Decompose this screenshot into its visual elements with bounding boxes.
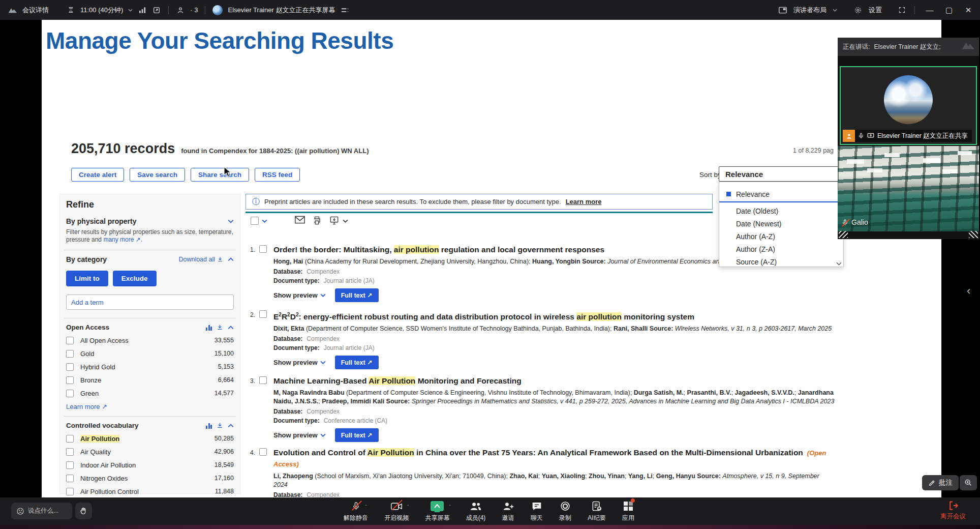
sort-option[interactable]: Date (Newest) — [719, 217, 843, 230]
facet-category[interactable]: By category — [66, 255, 107, 263]
chevron-up-icon[interactable] — [228, 326, 234, 330]
download-all-link[interactable]: Download all — [178, 256, 223, 263]
show-preview-button[interactable]: Show preview — [273, 431, 326, 439]
leave-meeting-button[interactable]: 离开会议 — [940, 501, 966, 521]
facet-checkbox[interactable] — [66, 337, 74, 344]
chevron-up-icon[interactable]: ˆ — [365, 504, 367, 509]
facet-open-access[interactable]: Open Access — [66, 324, 109, 331]
video-tile-presenter[interactable]: Elsevier Trainer 赵文立正在共享 — [840, 66, 977, 145]
members-button[interactable]: 成员(4) — [466, 500, 486, 522]
full-text-button[interactable]: Full text ↗ — [335, 356, 379, 369]
download-icon[interactable] — [217, 324, 223, 331]
limit-to-button[interactable]: Limit to — [66, 271, 108, 286]
sort-option[interactable]: Relevance — [719, 187, 843, 202]
download-icon[interactable] — [217, 422, 223, 429]
result-title-link[interactable]: Machine Learning-Based Air Pollution Mon… — [273, 375, 835, 386]
settings-button[interactable]: 设置 — [869, 6, 882, 15]
selected-mark-icon — [726, 192, 731, 196]
facet-item: Gold15,100 — [66, 347, 234, 360]
invite-button[interactable]: 邀请 — [502, 500, 514, 522]
save-search-button[interactable]: Save search — [130, 168, 185, 182]
facet-checkbox[interactable] — [66, 475, 74, 482]
close-button[interactable]: ✕ — [962, 6, 975, 15]
participants-icon[interactable] — [176, 6, 185, 15]
resize-handle[interactable] — [969, 231, 978, 238]
full-text-button[interactable]: Full text ↗ — [335, 288, 379, 302]
facet-checkbox[interactable] — [66, 448, 74, 456]
chat-button[interactable]: 聊天 — [531, 500, 543, 522]
result-title-link[interactable]: E2R2D2: energy-efficient robust routing … — [273, 309, 835, 322]
raise-hand-button[interactable] — [75, 503, 92, 519]
create-alert-button[interactable]: Create alert — [71, 168, 124, 182]
sort-option[interactable]: Author (A-Z) — [719, 230, 843, 243]
chevron-down-icon[interactable] — [228, 219, 234, 223]
facet-count: 42,906 — [215, 448, 234, 455]
export-icon[interactable] — [329, 216, 340, 226]
meeting-details-button[interactable]: 会议详情 — [22, 6, 49, 15]
facet-checkbox[interactable] — [66, 390, 74, 397]
facet-physical-property[interactable]: By physical property — [66, 217, 137, 225]
result-checkbox[interactable] — [259, 448, 267, 456]
fullscreen-icon[interactable] — [897, 6, 906, 15]
exclude-button[interactable]: Exclude — [113, 271, 157, 286]
quick-chat-input[interactable]: 说点什么... — [11, 503, 72, 519]
resize-handle[interactable] — [839, 231, 848, 238]
print-icon[interactable] — [312, 216, 322, 226]
chevron-down-icon[interactable] — [343, 219, 348, 223]
result-checkbox[interactable] — [259, 310, 267, 318]
sort-select[interactable]: Relevance — [719, 166, 840, 182]
result-title-link[interactable]: Evolution and Control of Air Pollution i… — [273, 447, 835, 469]
facet-checkbox[interactable] — [66, 488, 74, 495]
show-preview-button[interactable]: Show preview — [273, 359, 326, 366]
ai-notes-button[interactable]: AI纪要 — [588, 500, 605, 522]
chevron-up-icon[interactable]: ˆ — [407, 504, 409, 509]
record-button[interactable]: 录制 — [559, 500, 571, 522]
learn-more-link[interactable]: Learn more — [566, 198, 602, 205]
meeting-bottombar: 说点什么... ˆ 解除静音 ˆ 开启视频 — [0, 497, 980, 525]
bar-chart-icon[interactable] — [206, 325, 212, 331]
annotate-button[interactable]: 批注 — [922, 475, 959, 490]
layout-button[interactable]: 演讲者布局 — [793, 6, 826, 15]
chevron-down-icon[interactable] — [128, 9, 133, 12]
sort-option[interactable]: Date (Oldest) — [719, 204, 843, 217]
add-term-input[interactable] — [66, 295, 234, 310]
show-preview-button[interactable]: Show preview — [273, 291, 326, 299]
chevron-down-icon[interactable] — [262, 219, 267, 223]
share-screen-button[interactable]: ˆ 共享屏幕 — [425, 500, 449, 522]
chevron-up-icon[interactable] — [228, 257, 234, 261]
minimize-button[interactable]: — — [923, 6, 936, 14]
facet-item: Air Pollution50,285 — [66, 432, 234, 445]
meeting-timer[interactable]: 11:00 (40分钟) — [80, 6, 123, 15]
video-tile-galio[interactable]: Galio — [838, 146, 979, 231]
facet-checkbox[interactable] — [66, 350, 74, 358]
facet-controlled-vocabulary[interactable]: Controlled vocabulary — [66, 422, 139, 429]
start-video-button[interactable]: ˆ 开启视频 — [384, 500, 409, 522]
full-text-button[interactable]: Full text ↗ — [335, 428, 379, 442]
sort-option[interactable]: Source (A-Z) — [719, 255, 843, 268]
learn-more-link[interactable]: Learn more ↗ — [66, 403, 107, 410]
panel-collapse-chevron[interactable]: ‹ — [967, 284, 970, 298]
sort-option[interactable]: Author (Z-A) — [719, 243, 843, 255]
share-search-button[interactable]: Share search — [191, 168, 249, 182]
chevron-up-icon[interactable] — [228, 424, 234, 428]
facet-checkbox[interactable] — [66, 363, 74, 371]
chevron-up-icon[interactable]: ˆ — [449, 504, 450, 509]
result-checkbox[interactable] — [259, 245, 267, 253]
apps-button[interactable]: 应用 — [622, 500, 634, 522]
zoom-in-button[interactable] — [960, 475, 977, 490]
list-icon[interactable] — [340, 6, 349, 15]
facet-checkbox[interactable] — [66, 435, 74, 443]
signal-icon[interactable] — [138, 6, 147, 15]
rss-feed-button[interactable]: RSS feed — [255, 168, 300, 182]
facet-checkbox[interactable] — [66, 376, 74, 384]
select-all-checkbox[interactable] — [251, 217, 259, 225]
email-icon[interactable] — [295, 216, 305, 226]
result-checkbox[interactable] — [259, 376, 267, 384]
popout-icon[interactable] — [152, 6, 161, 15]
scroll-down-icon[interactable] — [836, 262, 842, 266]
facet-checkbox[interactable] — [66, 461, 74, 469]
many-more-link[interactable]: many more ↗. — [103, 236, 142, 243]
maximize-button[interactable]: ▢ — [942, 6, 956, 15]
unmute-button[interactable]: ˆ 解除静音 — [344, 500, 368, 522]
bar-chart-icon[interactable] — [206, 423, 212, 429]
